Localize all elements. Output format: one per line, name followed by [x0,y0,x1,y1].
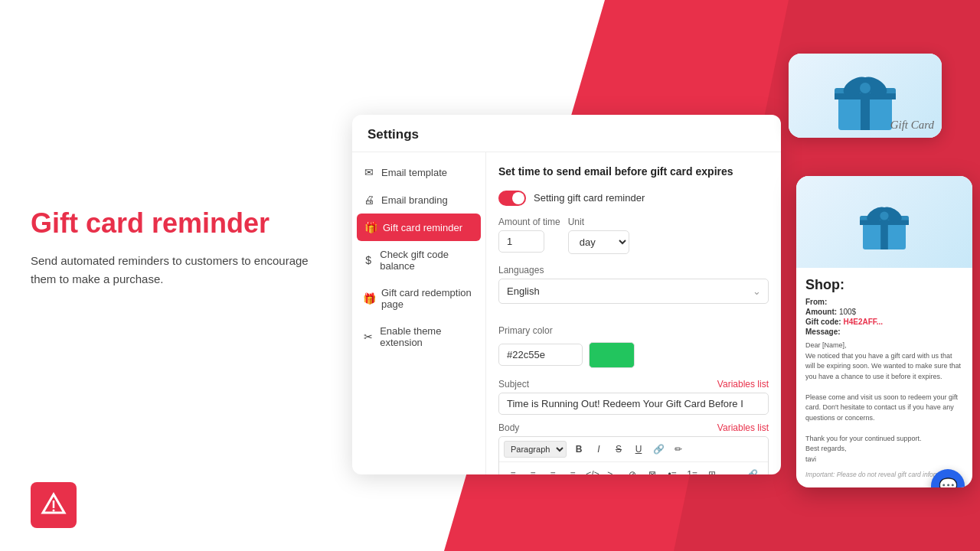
subject-label: Subject [498,379,529,390]
toggle-row: Setting gift card reminder [498,191,769,206]
email-branding-icon: 🖨 [363,194,375,206]
body-label: Body [498,422,519,433]
hr-button[interactable]: — [723,465,741,474]
unit-select[interactable]: day week month [568,230,629,254]
underline-button[interactable]: U [629,440,648,458]
sidebar-item-label: Check gift code balance [380,249,475,272]
email-preview-body: Shop: From: Amount: 100$ Gift code: H4E2… [796,268,972,487]
check-gift-code-icon: $ [363,254,374,266]
bullet-list-button[interactable]: •≡ [663,465,681,474]
align-left-button[interactable]: ≡ [504,465,522,474]
align-center-button[interactable]: ≡ [524,465,542,474]
from-label: From: [805,298,827,306]
align-right-button[interactable]: ≡ [544,465,562,474]
left-panel: Gift card reminder Send automated remind… [31,207,322,289]
code-button[interactable]: </> [583,465,602,474]
variables-list-link[interactable]: Variables list [717,379,769,390]
amount-label: Amount: [805,308,837,316]
svg-point-2 [53,510,55,512]
italic-button[interactable]: I [590,440,608,458]
email-template-icon: ✉ [363,166,375,178]
email-body1: We noticed that you have a gift card wit… [805,351,963,383]
url-button[interactable]: 🔗 [743,465,761,474]
email-from: From: [805,298,963,306]
editor-toolbar: Paragraph B I S U 🔗 ✏ ≡ ≡ ≡ ≡ </ [498,436,769,474]
page-description: Send automated reminders to customers to… [31,252,322,289]
main-content: Set time to send email before gift card … [486,152,781,474]
amount-label: Amount of time [498,217,560,227]
email-preview-header [796,176,972,268]
sidebar-item-gift-card-reminder[interactable]: 🎁 Gift card reminder [357,214,481,241]
amount-value: 100$ [839,308,856,316]
email-gift-code: Gift code: H4E2AFF... [805,318,963,326]
toolbar-row-2: ≡ ≡ ≡ ≡ </> >_ ⊘ ⊠ •≡ 1≡ ⊞ — 🔗 ⊟ [499,462,768,474]
primary-color-input[interactable] [498,344,583,366]
logo [31,482,77,528]
settings-panel: Settings ✉ Email template 🖨 Email brandi… [352,115,781,474]
strikethrough-button[interactable]: S [609,440,628,458]
gift-card-label: Gift Card [890,119,934,132]
gift-card-image: Gift Card [789,54,942,138]
primary-color-label: Primary color [498,325,769,336]
clear-format-button[interactable]: ⊘ [623,465,642,474]
sidebar-item-enable-theme[interactable]: ✂ Enable theme extension [352,318,485,356]
svg-point-9 [860,83,871,93]
email-body2: Please come and visit us soon to redeem … [805,393,963,424]
body-variables-list-link[interactable]: Variables list [717,422,769,433]
languages-select[interactable]: English French Spanish [498,279,769,304]
gift-card-top-preview: Gift Card [789,54,942,138]
sidebar-item-label: Email branding [381,194,448,206]
bold-button[interactable]: B [570,440,588,458]
email-shop-name: Shop: [805,277,963,293]
email-preview: Shop: From: Amount: 100$ Gift code: H4E2… [796,176,972,487]
gift-card-redemption-icon: 🎁 [363,292,375,305]
gift-card-reminder-toggle[interactable] [498,191,526,206]
body-row: Body Variables list [498,422,769,433]
languages-select-wrap: English French Spanish [498,279,769,304]
email-message-label: Message: [805,328,963,336]
page-title: Gift card reminder [31,207,322,240]
code-block-button[interactable]: >_ [603,465,622,474]
primary-color-group: Primary color [498,325,769,368]
sidebar-item-email-template[interactable]: ✉ Email template [352,158,485,186]
highlight-button[interactable]: ✏ [669,440,688,458]
unit-label: Unit [568,217,629,227]
link-button[interactable]: 🔗 [649,440,668,458]
sidebar-item-label: Email template [381,167,447,178]
svg-rect-6 [835,93,896,99]
color-input-wrap [498,342,769,368]
email-body3: Thank you for your continued support. [805,434,963,445]
sidebar-item-check-gift-code[interactable]: $ Check gift code balance [352,241,485,279]
body-section: Body Variables list Paragraph B I S U 🔗 … [498,422,769,474]
toggle-label: Setting gift card reminder [534,192,645,204]
justify-button[interactable]: ≡ [564,465,582,474]
email-sign2: tavi [805,455,963,465]
color-swatch[interactable] [589,342,635,368]
gift-code-value: H4E2AFF... [843,318,883,326]
subject-input[interactable] [498,393,769,415]
message-label: Message: [805,328,841,336]
sidebar-item-label: Enable theme extension [380,325,475,348]
sidebar-item-email-branding[interactable]: 🖨 Email branding [352,186,485,214]
languages-group: Languages English French Spanish [498,265,769,315]
amount-unit-row: Amount of time Unit day week month [498,217,769,254]
email-sign: Best regards, [805,444,963,455]
table-button[interactable]: ⊞ [703,465,721,474]
email-body-text: Dear [Name], We noticed that you have a … [805,341,963,465]
unit-group: Unit day week month [568,217,629,254]
svg-point-16 [880,211,888,220]
gift-code-label: Gift code: [805,318,841,326]
email-dear: Dear [Name], [805,341,963,351]
subject-section: Subject Variables list [498,379,769,422]
paragraph-select[interactable]: Paragraph [504,441,567,458]
amount-input[interactable] [498,230,544,253]
svg-rect-13 [860,220,909,225]
gift-card-reminder-icon: 🎁 [364,221,377,233]
settings-title: Settings [352,115,781,152]
languages-label: Languages [498,265,769,276]
ordered-list-button[interactable]: 1≡ [683,465,701,474]
sidebar-item-label: Gift card redemption page [381,287,475,310]
subject-row: Subject Variables list [498,379,769,390]
format-button[interactable]: ⊠ [643,465,662,474]
sidebar-item-gift-card-redemption[interactable]: 🎁 Gift card redemption page [352,279,485,318]
